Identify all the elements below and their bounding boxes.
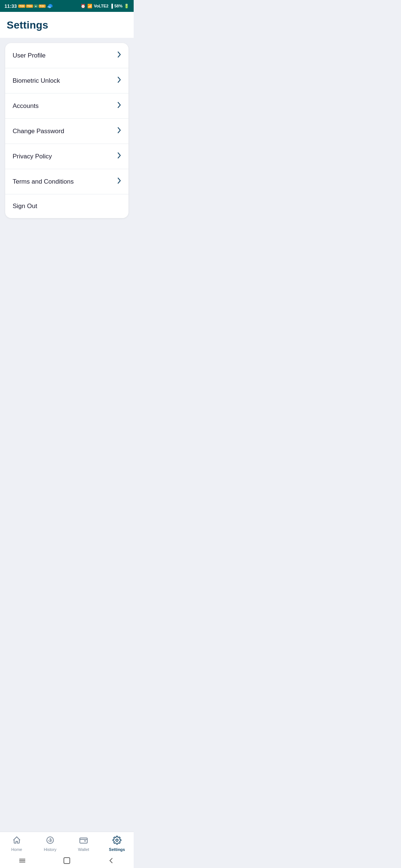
settings-item-change-password[interactable]: Change Password [5,119,128,144]
battery-icon: 🔋 [124,4,129,9]
avatar-icon: 🧢 [46,3,53,9]
chevron-icon-biometric-unlock [117,76,121,85]
settings-item-terms-conditions[interactable]: Terms and Conditions [5,169,128,194]
signal-icon: ▐ [110,4,113,8]
settings-label-sign-out: Sign Out [13,203,37,210]
settings-card: User Profile Biometric Unlock Accounts C… [5,43,128,218]
battery-label: 58% [114,4,123,8]
status-left: 11:33 TOI TOI ● TOI 🧢 [4,3,53,9]
settings-item-sign-out[interactable]: Sign Out [5,194,128,218]
network-label: VoLTE2 [94,4,108,8]
settings-label-user-profile: User Profile [13,52,46,59]
settings-item-biometric-unlock[interactable]: Biometric Unlock [5,68,128,93]
settings-label-privacy-policy: Privacy Policy [13,153,52,160]
header: Settings [0,12,134,38]
wifi-icon: 📶 [87,4,92,9]
chevron-icon-privacy-policy [117,152,121,161]
settings-item-privacy-policy[interactable]: Privacy Policy [5,144,128,169]
app-icons: TOI TOI ● TOI 🧢 [18,3,52,9]
status-right: ⏰ 📶 VoLTE2 ▐ 58% 🔋 [81,4,129,9]
settings-label-accounts: Accounts [13,102,39,110]
toi-icon-2: TOI [26,4,33,8]
settings-item-accounts[interactable]: Accounts [5,93,128,119]
app-icon-3: ● [34,4,38,8]
chevron-icon-accounts [117,102,121,110]
settings-label-change-password: Change Password [13,128,64,135]
page-title: Settings [7,19,127,31]
toi-icon-3: TOI [39,4,46,8]
chevron-icon-change-password [117,127,121,135]
settings-content: User Profile Biometric Unlock Accounts C… [0,38,134,223]
alarm-icon: ⏰ [81,4,86,9]
chevron-icon-user-profile [117,51,121,60]
chevron-icon-terms-conditions [117,177,121,186]
status-time: 11:33 [4,3,17,9]
settings-label-biometric-unlock: Biometric Unlock [13,77,60,85]
toi-icon-1: TOI [18,4,25,8]
settings-label-terms-conditions: Terms and Conditions [13,178,74,185]
settings-item-user-profile[interactable]: User Profile [5,43,128,68]
status-bar: 11:33 TOI TOI ● TOI 🧢 ⏰ 📶 VoLTE2 ▐ 58% 🔋 [0,0,134,12]
